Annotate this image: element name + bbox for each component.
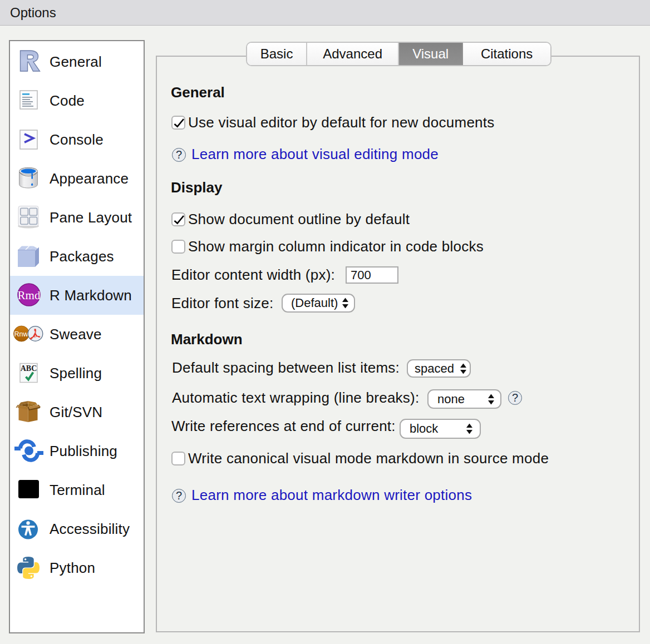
svg-text:Rmd: Rmd xyxy=(18,289,41,302)
svg-text:ABC: ABC xyxy=(21,364,37,373)
svg-text:Rnw: Rnw xyxy=(14,330,28,338)
